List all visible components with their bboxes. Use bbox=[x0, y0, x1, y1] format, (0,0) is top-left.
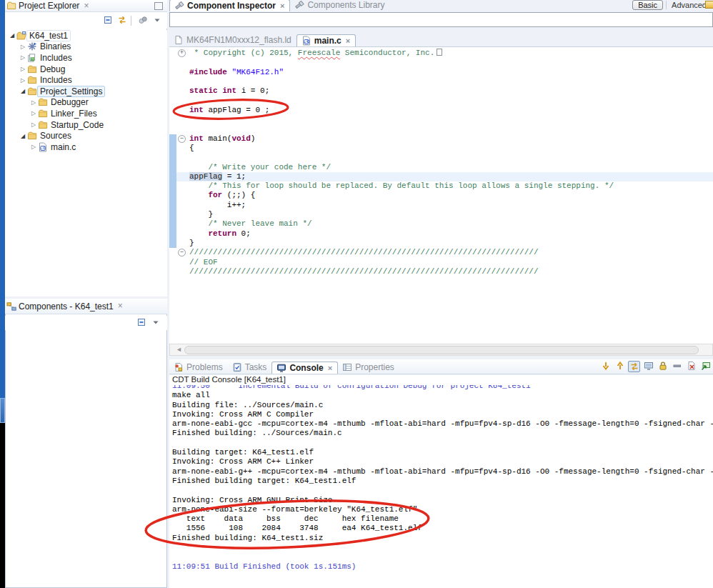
code-token: 0; bbox=[236, 229, 251, 238]
tree-item-debugger[interactable]: ▷Debugger bbox=[5, 97, 167, 109]
tree-item-startup-code[interactable]: ▷Startup_Code bbox=[5, 119, 167, 131]
console-title: CDT Build Console [K64_test1] bbox=[169, 375, 713, 385]
console-output[interactable]: 11:09:50 **** Incremental Build of confi… bbox=[169, 385, 713, 588]
expand-arrow-icon[interactable]: ▷ bbox=[19, 77, 27, 84]
tree-item-includes[interactable]: ▷hIncludes bbox=[5, 52, 167, 64]
pin-console-icon[interactable] bbox=[628, 361, 640, 372]
console-line: arm-none-eabi-g++ -mcpu=cortex-m4 -mthum… bbox=[172, 467, 713, 477]
expand-arrow-icon[interactable]: ▷ bbox=[19, 66, 27, 72]
tree-item-sources[interactable]: ◢Sources bbox=[5, 130, 167, 141]
code-token: return bbox=[208, 229, 236, 238]
display-selected-console-icon[interactable] bbox=[642, 361, 654, 372]
code-text: // EOF bbox=[189, 258, 218, 267]
console-line bbox=[172, 543, 713, 552]
clear-console-icon[interactable] bbox=[685, 361, 697, 372]
close-icon[interactable]: × bbox=[328, 364, 332, 372]
collapsed-comment-icon[interactable] bbox=[437, 49, 442, 56]
fold-collapse-icon[interactable]: − bbox=[178, 135, 186, 143]
console-tab-console[interactable]: Console× bbox=[271, 362, 338, 374]
properties-icon bbox=[342, 362, 352, 372]
tree-item-main-c[interactable]: ▷.cmain.c bbox=[5, 141, 167, 153]
code-text: #include "MK64F12.h" bbox=[189, 68, 284, 77]
word-wrap-icon[interactable] bbox=[671, 361, 683, 372]
code-token: appFlag bbox=[189, 172, 222, 181]
inspector-tab-components-library[interactable]: Components Library bbox=[290, 0, 389, 11]
tree-item-project-settings[interactable]: ◢Project_Settings bbox=[5, 86, 167, 97]
tree-item-k64-test1[interactable]: ◢K64_test1 bbox=[5, 30, 167, 41]
svg-text:h: h bbox=[31, 56, 34, 61]
tree-item-includes[interactable]: ▷Includes bbox=[5, 74, 167, 86]
left-edge-button[interactable] bbox=[0, 398, 5, 423]
editor-tab-main-c[interactable]: .cmain.c× bbox=[296, 34, 356, 46]
collapse-arrow-icon[interactable]: ◢ bbox=[19, 88, 27, 94]
tree-item-binaries[interactable]: ▷Binaries bbox=[5, 41, 167, 53]
folder-icon bbox=[27, 64, 37, 74]
code-line: { bbox=[169, 144, 713, 153]
components-view-icon bbox=[6, 302, 16, 312]
close-icon[interactable]: × bbox=[280, 1, 284, 10]
inspector-tab-component-inspector[interactable]: Component Inspector× bbox=[169, 0, 290, 11]
code-line bbox=[169, 115, 713, 124]
inspector-tab-label: Component Inspector bbox=[187, 1, 276, 11]
scroll-lock-icon[interactable] bbox=[657, 361, 669, 372]
scroll-down-icon[interactable] bbox=[599, 361, 612, 372]
tree-item-label: Debug bbox=[37, 64, 68, 75]
inspector-empty-field[interactable] bbox=[169, 12, 713, 27]
code-text: i++; bbox=[189, 201, 246, 210]
expand-arrow-icon[interactable]: ▷ bbox=[29, 121, 38, 128]
collapse-all-icon[interactable] bbox=[101, 15, 114, 26]
basic-button[interactable]: Basic bbox=[632, 0, 663, 10]
expand-arrow-icon[interactable]: ▷ bbox=[19, 54, 27, 61]
console-tab-problems[interactable]: Problems bbox=[169, 362, 228, 374]
view-menu-icon[interactable] bbox=[151, 15, 163, 26]
svg-text:.c: .c bbox=[304, 39, 309, 44]
fold-expand-icon[interactable]: + bbox=[178, 49, 186, 57]
code-token: Semiconductor, Inc. bbox=[340, 49, 434, 57]
link-with-editor-icon[interactable] bbox=[116, 15, 128, 26]
scroll-up-icon[interactable] bbox=[614, 361, 626, 372]
console-toolbar bbox=[597, 361, 712, 372]
open-console-icon[interactable] bbox=[699, 361, 712, 372]
editor-tab-mk64fn1m0xxx12-flash-ld[interactable]: MK64FN1M0xxx12_flash.ld bbox=[169, 34, 296, 46]
code-line: /* Write your code here */ bbox=[169, 163, 713, 172]
close-icon[interactable]: × bbox=[114, 300, 128, 312]
view-menu-icon[interactable] bbox=[149, 317, 161, 329]
console-tab-label: Problems bbox=[186, 362, 223, 372]
console-tab-label: Tasks bbox=[245, 362, 267, 372]
console-line: 1556 108 2084 3748 ea4 K64_test1.elf bbox=[172, 524, 713, 533]
console-line: arm-none-eabi-gcc -mcpu=cortex-m4 -mthum… bbox=[172, 419, 713, 429]
code-text: int main(void) bbox=[189, 134, 255, 144]
console-line: Invoking: Cross ARM C Compiler bbox=[172, 410, 713, 419]
tree-item-linker-files[interactable]: ▷Linker_Files bbox=[5, 108, 167, 119]
fold-collapse-icon[interactable]: − bbox=[178, 249, 186, 256]
scrollbar-thumb[interactable] bbox=[184, 346, 699, 354]
close-icon[interactable]: × bbox=[79, 0, 94, 12]
expand-arrow-icon[interactable]: ▷ bbox=[29, 144, 38, 150]
collapse-arrow-icon[interactable]: ◢ bbox=[19, 133, 27, 139]
code-line bbox=[169, 124, 713, 134]
code-line: // EOF bbox=[169, 258, 713, 267]
close-icon[interactable]: × bbox=[346, 36, 350, 45]
code-token: i = 0; bbox=[236, 86, 269, 95]
scroll-left-icon[interactable]: ◄ bbox=[176, 346, 182, 353]
expand-arrow-icon[interactable]: ▷ bbox=[29, 99, 38, 106]
maximize-icon[interactable] bbox=[154, 2, 163, 10]
console-line: Invoking: Cross ARM C++ Linker bbox=[172, 457, 713, 467]
console-tab-properties[interactable]: Properties bbox=[338, 362, 399, 374]
expand-arrow-icon[interactable]: ▷ bbox=[29, 110, 38, 116]
collapse-arrow-icon[interactable]: ◢ bbox=[8, 32, 16, 39]
console-line: Invoking: Cross ARM GNU Print Size bbox=[172, 496, 713, 505]
expand-arrow-icon[interactable]: ▷ bbox=[19, 44, 27, 50]
project-explorer-tree[interactable]: ◢K64_test1▷Binaries▷hIncludes▷Debug▷Incl… bbox=[5, 30, 167, 297]
tree-item-label: K64_test1 bbox=[26, 30, 71, 41]
console-tab-tasks[interactable]: Tasks bbox=[228, 362, 272, 374]
folder-icon bbox=[27, 86, 37, 96]
code-text: ////////////////////////////////////////… bbox=[189, 267, 538, 276]
tree-item-label: Binaries bbox=[37, 41, 74, 52]
tree-item-debug[interactable]: ▷Debug bbox=[5, 64, 167, 75]
editor-horizontal-scrollbar[interactable]: ◄ bbox=[169, 344, 713, 356]
code-editor[interactable]: + * Copyright (c) 2015, Freescale Semico… bbox=[169, 46, 713, 344]
collapse-all-icon[interactable] bbox=[135, 317, 147, 329]
focus-icon[interactable] bbox=[136, 15, 149, 26]
null-icon bbox=[94, 1, 104, 11]
